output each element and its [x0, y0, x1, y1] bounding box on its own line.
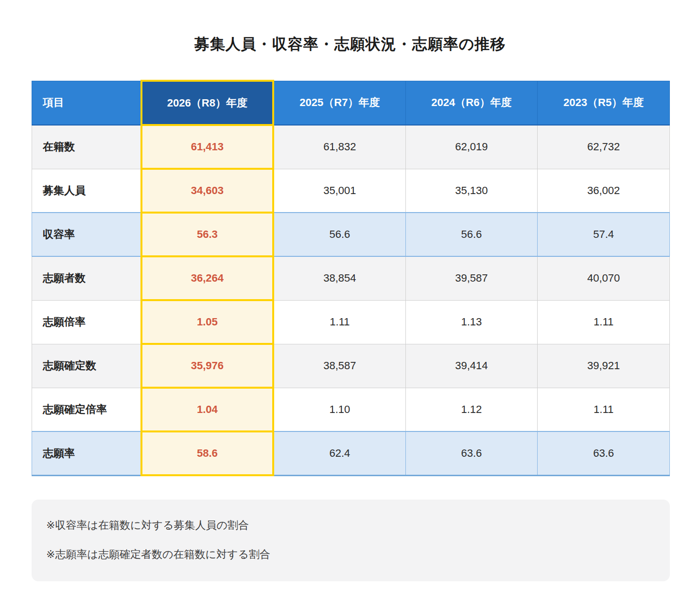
cell-value: 62.4 [273, 431, 405, 475]
cell-value-highlighted: 58.6 [141, 431, 274, 475]
cell-value: 1.11 [273, 300, 405, 344]
cell-value: 40,070 [538, 256, 670, 300]
row-label: 志願率 [32, 431, 141, 475]
page-title: 募集人員・収容率・志願状況・志願率の推移 [0, 34, 700, 54]
cell-value: 1.10 [273, 388, 405, 431]
cell-value: 56.6 [273, 213, 405, 256]
page: 募集人員・収容率・志願状況・志願率の推移 項目 2026（R8）年度 2025（… [0, 0, 700, 609]
row-label: 募集人員 [32, 169, 141, 213]
table-row: 志願率58.662.463.663.6 [32, 431, 670, 475]
cell-value: 57.4 [538, 213, 670, 256]
footnote-capacity-rate: ※収容率は在籍数に対する募集人員の割合 [46, 518, 655, 533]
cell-value-highlighted: 1.05 [141, 300, 274, 344]
cell-value: 61,832 [273, 125, 405, 169]
table-row: 志願確定数35,97638,58739,41439,921 [32, 344, 670, 388]
stats-table: 項目 2026（R8）年度 2025（R7）年度 2024（R6）年度 2023… [32, 80, 670, 476]
cell-value: 1.11 [538, 300, 670, 344]
cell-value-highlighted: 56.3 [141, 213, 274, 256]
header-year-2024: 2024（R6）年度 [405, 81, 538, 125]
header-year-2026-highlighted: 2026（R8）年度 [141, 81, 274, 125]
cell-value-highlighted: 35,976 [141, 344, 274, 388]
cell-value: 39,587 [405, 256, 538, 300]
table-row: 志願者数36,26438,85439,58740,070 [32, 256, 670, 300]
table-row: 志願確定倍率1.041.101.121.11 [32, 388, 670, 431]
cell-value: 62,732 [538, 125, 670, 169]
row-label: 収容率 [32, 213, 141, 256]
cell-value: 1.13 [405, 300, 538, 344]
cell-value: 39,414 [405, 344, 538, 388]
cell-value-highlighted: 1.04 [141, 388, 274, 431]
footnotes-box: ※収容率は在籍数に対する募集人員の割合 ※志願率は志願確定者数の在籍数に対する割… [32, 500, 670, 581]
cell-value: 63.6 [405, 431, 538, 475]
header-year-2025: 2025（R7）年度 [273, 81, 405, 125]
row-label: 志願確定数 [32, 344, 141, 388]
cell-value: 38,587 [273, 344, 405, 388]
cell-value: 35,130 [405, 169, 538, 213]
header-year-2023: 2023（R5）年度 [538, 81, 670, 125]
row-label: 在籍数 [32, 125, 141, 169]
header-item-label: 項目 [32, 81, 141, 125]
cell-value: 62,019 [405, 125, 538, 169]
table-row: 志願倍率1.051.111.131.11 [32, 300, 670, 344]
row-label: 志願者数 [32, 256, 141, 300]
table-row: 収容率56.356.656.657.4 [32, 213, 670, 256]
cell-value: 38,854 [273, 256, 405, 300]
cell-value-highlighted: 61,413 [141, 125, 274, 169]
cell-value: 1.11 [538, 388, 670, 431]
footnote-application-rate: ※志願率は志願確定者数の在籍数に対する割合 [46, 547, 655, 562]
table-body: 在籍数61,41361,83262,01962,732募集人員34,60335,… [32, 125, 670, 475]
cell-value: 36,002 [538, 169, 670, 213]
cell-value: 56.6 [405, 213, 538, 256]
cell-value: 63.6 [538, 431, 670, 475]
cell-value: 39,921 [538, 344, 670, 388]
table-row: 在籍数61,41361,83262,01962,732 [32, 125, 670, 169]
stats-table-wrap: 項目 2026（R8）年度 2025（R7）年度 2024（R6）年度 2023… [32, 80, 670, 476]
row-label: 志願倍率 [32, 300, 141, 344]
cell-value-highlighted: 34,603 [141, 169, 274, 213]
row-label: 志願確定倍率 [32, 388, 141, 431]
cell-value: 1.12 [405, 388, 538, 431]
header-row: 項目 2026（R8）年度 2025（R7）年度 2024（R6）年度 2023… [32, 81, 670, 125]
cell-value-highlighted: 36,264 [141, 256, 274, 300]
table-row: 募集人員34,60335,00135,13036,002 [32, 169, 670, 213]
cell-value: 35,001 [273, 169, 405, 213]
